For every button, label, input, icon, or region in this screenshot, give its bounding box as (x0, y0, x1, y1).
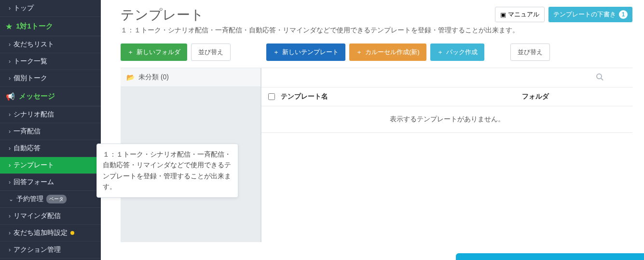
button-label: パック作成 (446, 48, 478, 57)
template-table-panel: テンプレート名 フォルダ 表示するテンプレートがありません。 (261, 68, 632, 242)
folder-open-icon: 📂 (126, 73, 135, 81)
chevron-right-icon: › (9, 230, 11, 236)
book-icon: ▣ (500, 11, 506, 18)
sidebar-tooltip: １：１トーク・シナリオ配信・一斉配信・自動応答・リマインダなどで使用できるテンプ… (96, 144, 238, 198)
carousel-create-button[interactable]: ＋カルーセル作成(新) (349, 43, 426, 61)
sidebar-section-title: 1対1トーク (16, 22, 53, 31)
footer-bar (456, 253, 644, 260)
sidebar-item-top[interactable]: ›トップ (0, 0, 101, 17)
column-folder: フォルダ (445, 92, 626, 101)
sidebar-section-message[interactable]: 📢メッセージ (0, 87, 101, 106)
sidebar-item-individual[interactable]: ›個別トーク (0, 70, 101, 87)
new-folder-button[interactable]: ＋新しいフォルダ (121, 43, 187, 61)
chevron-right-icon: › (9, 111, 11, 118)
sidebar-item-broadcast[interactable]: ›一斉配信 (0, 123, 101, 140)
sidebar-item-action[interactable]: ›アクション管理 (0, 242, 101, 259)
star-icon: ★ (6, 22, 12, 31)
plus-icon: ＋ (273, 48, 279, 57)
button-label: 新しいテンプレート (282, 48, 339, 57)
button-label: 並び替え (198, 48, 223, 57)
plus-icon: ＋ (127, 48, 134, 57)
sidebar-item-reservation[interactable]: ⌄予約管理ベータ (0, 191, 101, 208)
reorder-folders-button[interactable]: 並び替え (191, 43, 231, 61)
chevron-down-icon: ⌄ (9, 196, 14, 202)
pack-create-button[interactable]: ＋パック作成 (430, 43, 484, 61)
megaphone-icon: 📢 (6, 92, 15, 101)
sidebar-label: 回答フォーム (14, 178, 54, 187)
beta-badge: ベータ (46, 195, 67, 203)
template-draft-button[interactable]: テンプレートの下書き1 (548, 7, 632, 22)
chevron-right-icon: › (9, 213, 11, 219)
top-right-actions: ▣マニュアル テンプレートの下書き1 (495, 7, 632, 22)
sidebar-item-scenario[interactable]: ›シナリオ配信 (0, 106, 101, 123)
button-label: カルーセル作成(新) (365, 48, 420, 57)
sidebar-item-autoresponse[interactable]: ›自動応答 (0, 140, 101, 157)
button-label: マニュアル (508, 10, 539, 19)
chevron-right-icon: › (9, 179, 11, 186)
chevron-right-icon: › (9, 128, 11, 135)
select-all-checkbox[interactable] (268, 93, 275, 100)
plus-icon: ＋ (437, 48, 443, 57)
notification-dot-icon (70, 231, 74, 235)
search-icon[interactable] (596, 73, 603, 82)
sidebar-label: 自動応答 (14, 144, 41, 153)
plus-icon: ＋ (356, 48, 362, 57)
sidebar-label: アクション管理 (14, 246, 61, 254)
chevron-right-icon: › (9, 162, 11, 169)
chevron-right-icon: › (9, 75, 11, 82)
button-label: テンプレートの下書き (553, 10, 616, 19)
page-description: １：１トーク・シナリオ配信・一斉配信・自動応答・リマインダなどで使用できるテンプ… (121, 26, 632, 35)
chevron-right-icon: › (9, 58, 11, 65)
sidebar-section-title: メッセージ (19, 92, 55, 101)
sidebar-item-friendlist[interactable]: ›友だちリスト (0, 36, 101, 53)
draft-count-badge: 1 (619, 10, 628, 19)
sidebar-label: 友だち追加時設定 (14, 229, 68, 237)
sidebar-label: シナリオ配信 (14, 110, 54, 119)
new-template-button[interactable]: ＋新しいテンプレート (266, 43, 345, 61)
reorder-templates-button[interactable]: 並び替え (510, 43, 550, 61)
manual-button[interactable]: ▣マニュアル (495, 7, 545, 22)
sidebar-item-answerform[interactable]: ›回答フォーム (0, 174, 101, 191)
table-header: テンプレート名 フォルダ (261, 87, 632, 106)
sidebar-label: テンプレート (14, 161, 54, 170)
chevron-right-icon: › (9, 41, 11, 48)
sidebar-item-talklist[interactable]: ›トーク一覧 (0, 53, 101, 70)
folder-uncategorized[interactable]: 📂未分類 (0) (121, 68, 260, 87)
sidebar-item-friendadd[interactable]: ›友だち追加時設定 (0, 225, 101, 242)
search-row (261, 68, 632, 87)
empty-message: 表示するテンプレートがありません。 (261, 106, 632, 133)
button-label: 新しいフォルダ (137, 48, 180, 57)
chevron-right-icon: › (9, 246, 11, 253)
svg-point-0 (597, 74, 602, 79)
sidebar-label: 個別トーク (14, 74, 47, 83)
svg-line-1 (601, 78, 603, 80)
chevron-right-icon: › (9, 145, 11, 152)
chevron-right-icon: › (9, 5, 11, 12)
sidebar-label: 予約管理 (16, 195, 43, 203)
sidebar-label: 一斉配信 (14, 127, 41, 136)
column-template-name: テンプレート名 (281, 92, 445, 101)
main-content: テンプレート １：１トーク・シナリオ配信・一斉配信・自動応答・リマインダなどで使… (109, 0, 644, 260)
folder-label: 未分類 (0) (138, 73, 169, 82)
sidebar-label: 友だちリスト (14, 40, 54, 49)
sidebar-section-talk[interactable]: ★1対1トーク (0, 17, 101, 36)
button-label: 並び替え (518, 48, 543, 57)
sidebar-item-reminder[interactable]: ›リマインダ配信 (0, 208, 101, 225)
sidebar-item-template[interactable]: ›テンプレート (0, 157, 101, 174)
sidebar-label: リマインダ配信 (14, 212, 61, 220)
action-row: ＋新しいフォルダ 並び替え ＋新しいテンプレート ＋カルーセル作成(新) ＋パッ… (121, 43, 632, 61)
sidebar-label: トップ (14, 4, 34, 13)
sidebar-label: トーク一覧 (14, 57, 47, 66)
sidebar: ›トップ ★1対1トーク ›友だちリスト ›トーク一覧 ›個別トーク 📢メッセー… (0, 0, 101, 260)
